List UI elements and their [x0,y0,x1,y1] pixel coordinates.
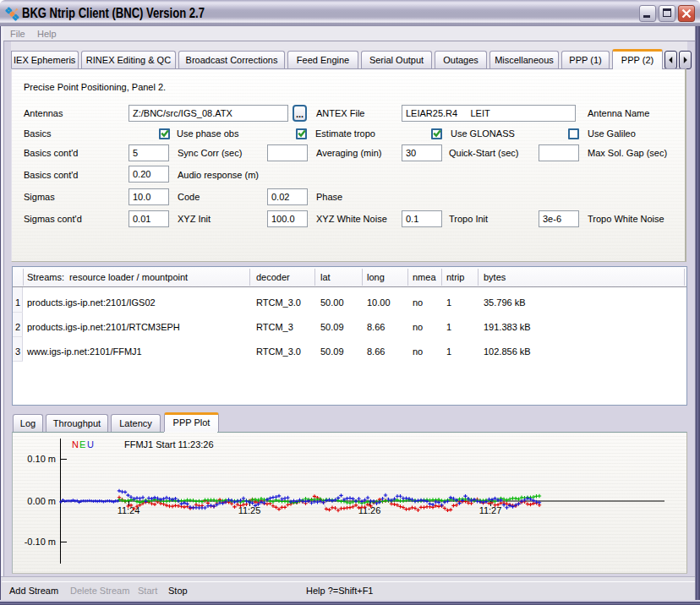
svg-text:-0.10 m: -0.10 m [25,537,56,547]
svg-text:11:25: 11:25 [238,505,261,515]
svg-text:11:27: 11:27 [479,505,502,515]
svg-text:0.00 m: 0.00 m [27,496,56,506]
svg-text:E: E [79,439,85,450]
svg-text:0.10 m: 0.10 m [27,454,56,464]
svg-text:U: U [87,439,94,450]
svg-text:N: N [72,439,79,450]
svg-text:FFMJ1 Start 11:23:26: FFMJ1 Start 11:23:26 [124,439,214,450]
